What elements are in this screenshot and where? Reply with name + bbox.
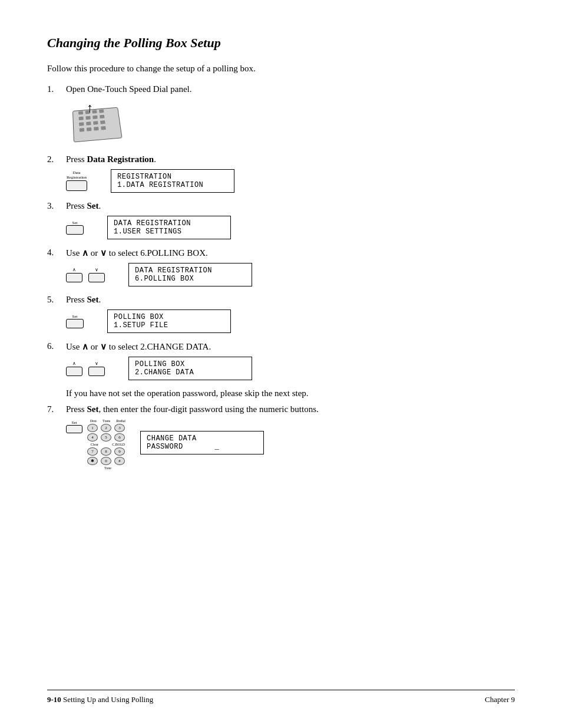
data-reg-rect	[66, 180, 87, 191]
step-1-content: Open One-Touch Speed Dial panel. ↑	[66, 84, 515, 146]
lcd-5-line-2: 1.SETUP FILE	[114, 321, 224, 330]
lcd-line-1: REGISTRATION	[117, 173, 228, 181]
step-7-text: Press Set, then enter the four-digit pas…	[66, 404, 515, 414]
step-3: 3. Press Set. Set DATA REGISTRATION 1.US…	[47, 201, 515, 239]
down-arrow-button-6: ∨	[88, 361, 105, 376]
step-3-text: Press Set.	[66, 201, 515, 211]
label-trans: Trans	[103, 419, 110, 423]
footer-right: Chapter 9	[485, 695, 515, 704]
footer: 9-10 Setting Up and Using Polling Chapte…	[47, 690, 515, 704]
set-label-7: Set	[72, 420, 77, 425]
step-6-content: Use ∧ or ∨ to select 2.CHANGE DATA. ∧ ∨ …	[66, 341, 515, 380]
arrow-buttons-6: ∧ ∨	[66, 361, 105, 376]
lcd-6-line-2: 2.CHANGE DATA	[135, 368, 246, 377]
key-3: 3	[114, 424, 125, 432]
key-5: 5	[101, 433, 111, 442]
up-arrow-button-4: ∧	[66, 267, 82, 282]
step-7-row: Set Dest Trans Redial 1 2	[66, 419, 515, 470]
footer-section: Setting Up and Using Polling	[61, 695, 153, 704]
lcd-4-line-1: DATA REGISTRATION	[135, 266, 246, 275]
step-2: 2. Press Data Registration. DataRegistra…	[47, 154, 515, 193]
note-text: If you have not set the operation passwo…	[66, 388, 515, 398]
data-reg-label: DataRegistration	[67, 171, 87, 180]
step-4: 4. Use ∧ or ∨ to select 6.POLLING BOX. ∧…	[47, 248, 515, 286]
lcd-5-line-1: POLLING BOX	[114, 313, 224, 321]
step-6-text: Use ∧ or ∨ to select 2.CHANGE DATA.	[66, 341, 515, 352]
step-6: 6. Use ∧ or ∨ to select 2.CHANGE DATA. ∧…	[47, 341, 515, 380]
up-arrow-button-6: ∧	[66, 361, 82, 376]
step-4-row: ∧ ∨ DATA REGISTRATION 6.POLLING BOX	[66, 263, 515, 286]
label-tone: Tone	[104, 466, 111, 470]
numpad-bottom-label: Tone	[87, 466, 128, 470]
footer-page-num: 9-10	[47, 695, 61, 704]
label-clear: Clear	[91, 443, 98, 446]
down-label-4: ∨	[95, 267, 98, 273]
lcd-6-line-1: POLLING BOX	[135, 360, 246, 368]
lcd-7-line-1: CHANGE DATA	[147, 434, 257, 443]
set-label-3: Set	[72, 220, 78, 225]
footer-left: 9-10 Setting Up and Using Polling	[47, 695, 153, 704]
step-2-content: Press Data Registration. DataRegistratio…	[66, 154, 515, 193]
step-3-lcd: DATA REGISTRATION 1.USER SETTINGS	[107, 216, 231, 239]
label-dest: Dest	[90, 419, 97, 423]
down-rect-4	[88, 273, 105, 282]
lcd-line-2: 1.DATA REGISTRATION	[117, 181, 228, 189]
key-2: 2	[101, 424, 111, 432]
set-label-5: Set	[72, 314, 78, 319]
numpad-row-4: ✱ 0 #	[87, 457, 128, 465]
set-rect-5	[66, 319, 84, 328]
step-1-text: Open One-Touch Speed Dial panel.	[66, 84, 515, 94]
label-cbold: C.BOLD	[112, 443, 125, 446]
step-3-content: Press Set. Set DATA REGISTRATION 1.USER …	[66, 201, 515, 239]
lcd-3-line-1: DATA REGISTRATION	[114, 219, 224, 228]
step-4-content: Use ∧ or ∨ to select 6.POLLING BOX. ∧ ∨ …	[66, 248, 515, 286]
numpad-row-1: 1 2 3	[87, 424, 128, 432]
key-4: 4	[87, 433, 98, 442]
step-2-number: 2.	[47, 154, 66, 164]
step-4-number: 4.	[47, 248, 66, 258]
key-9: 9	[114, 447, 125, 456]
data-reg-button: DataRegistration	[66, 171, 87, 190]
step-1: 1. Open One-Touch Speed Dial panel. ↑	[47, 84, 515, 146]
step-4-lcd: DATA REGISTRATION 6.POLLING BOX	[128, 263, 252, 286]
up-rect-4	[66, 273, 82, 282]
key-hash: #	[114, 457, 125, 465]
intro-text: Follow this procedure to change the setu…	[47, 64, 515, 74]
key-6: 6	[114, 433, 125, 442]
label-redial: Redial	[116, 419, 125, 423]
key-1: 1	[87, 424, 98, 432]
lcd-4-line-2: 6.POLLING BOX	[135, 275, 246, 283]
numpad-row-2: 4 5 6	[87, 433, 128, 442]
step-5-number: 5.	[47, 295, 66, 305]
step-7-content: Press Set, then enter the four-digit pas…	[66, 404, 515, 470]
step-2-lcd: REGISTRATION 1.DATA REGISTRATION	[111, 169, 234, 193]
up-label-6: ∧	[72, 361, 76, 367]
numpad-top-labels: Dest Trans Redial	[87, 419, 128, 423]
lcd-3-line-2: 1.USER SETTINGS	[114, 228, 224, 236]
key-star: ✱	[87, 457, 98, 465]
arrow-buttons-4: ∧ ∨	[66, 267, 105, 282]
up-label-4: ∧	[72, 267, 76, 273]
step-3-row: Set DATA REGISTRATION 1.USER SETTINGS	[66, 216, 515, 239]
step-5-row: Set POLLING BOX 1.SETUP FILE	[66, 309, 515, 333]
set-button-7: Set	[66, 420, 82, 433]
down-rect-6	[88, 367, 105, 376]
step-7-number: 7.	[47, 404, 66, 414]
step-7-buttons: Set Dest Trans Redial 1 2	[66, 419, 128, 470]
set-button-3: Set	[66, 220, 84, 235]
page-title: Changing the Polling Box Setup	[47, 35, 515, 51]
step-6-row: ∧ ∨ POLLING BOX 2.CHANGE DATA	[66, 357, 515, 380]
step-5: 5. Press Set. Set POLLING BOX 1.SETUP FI…	[47, 295, 515, 333]
step-7: 7. Press Set, then enter the four-digit …	[47, 404, 515, 470]
step-2-text: Press Data Registration.	[66, 154, 515, 164]
numpad-row-3: 7 8 9	[87, 447, 128, 456]
step-4-text: Use ∧ or ∨ to select 6.POLLING BOX.	[66, 248, 515, 258]
set-rect-3	[66, 225, 84, 235]
numpad-mid-labels: Clear C.BOLD	[87, 443, 128, 446]
key-8: 8	[101, 447, 111, 456]
numeric-keypad: Dest Trans Redial 1 2 3 4 5 6	[87, 419, 128, 470]
key-7: 7	[87, 447, 98, 456]
down-arrow-button-4: ∨	[88, 267, 105, 282]
up-rect-6	[66, 367, 82, 376]
step-5-lcd: POLLING BOX 1.SETUP FILE	[107, 309, 231, 333]
